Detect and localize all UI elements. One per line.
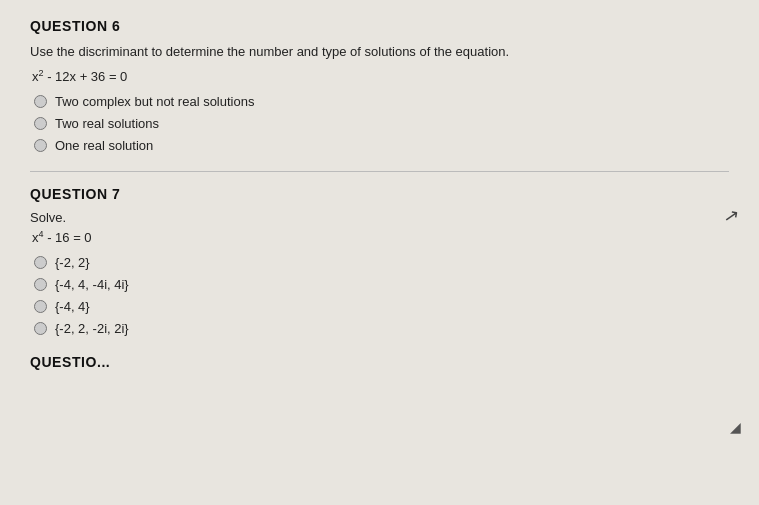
option-6-2[interactable]: Two real solutions xyxy=(34,116,729,131)
option-7-4[interactable]: {-2, 2, -2i, 2i} xyxy=(34,321,729,336)
radio-6-1[interactable] xyxy=(34,95,47,108)
option-6-3-label: One real solution xyxy=(55,138,153,153)
question-7-equation: x4 - 16 = 0 xyxy=(32,229,729,245)
radio-7-4[interactable] xyxy=(34,322,47,335)
option-7-4-label: {-2, 2, -2i, 2i} xyxy=(55,321,129,336)
question-6-equation: x2 - 12x + 36 = 0 xyxy=(32,68,729,84)
question-7-instruction: Solve. xyxy=(30,210,729,225)
option-7-1-label: {-2, 2} xyxy=(55,255,90,270)
corner-arrow-icon: ◢ xyxy=(730,419,741,435)
question-6-options: Two complex but not real solutions Two r… xyxy=(34,94,729,153)
radio-7-2[interactable] xyxy=(34,278,47,291)
option-6-2-label: Two real solutions xyxy=(55,116,159,131)
option-7-2-label: {-4, 4, -4i, 4i} xyxy=(55,277,129,292)
question-7-block: QUESTION 7 Solve. x4 - 16 = 0 {-2, 2} {-… xyxy=(30,186,729,336)
radio-7-1[interactable] xyxy=(34,256,47,269)
page-container: QUESTION 6 Use the discriminant to deter… xyxy=(0,0,759,505)
radio-6-2[interactable] xyxy=(34,117,47,130)
question-7-options: {-2, 2} {-4, 4, -4i, 4i} {-4, 4} {-2, 2,… xyxy=(34,255,729,336)
question-6-label: QUESTION 6 xyxy=(30,18,729,34)
option-7-3-label: {-4, 4} xyxy=(55,299,90,314)
option-6-1-label: Two complex but not real solutions xyxy=(55,94,254,109)
radio-6-3[interactable] xyxy=(34,139,47,152)
question-8-label: QUESTIO... xyxy=(30,354,729,370)
question-6-instruction: Use the discriminant to determine the nu… xyxy=(30,42,729,62)
question-8-partial: QUESTIO... xyxy=(30,354,729,370)
question-7-label: QUESTION 7 xyxy=(30,186,729,202)
option-7-2[interactable]: {-4, 4, -4i, 4i} xyxy=(34,277,729,292)
option-6-3[interactable]: One real solution xyxy=(34,138,729,153)
section-divider xyxy=(30,171,729,172)
option-6-1[interactable]: Two complex but not real solutions xyxy=(34,94,729,109)
option-7-1[interactable]: {-2, 2} xyxy=(34,255,729,270)
radio-7-3[interactable] xyxy=(34,300,47,313)
option-7-3[interactable]: {-4, 4} xyxy=(34,299,729,314)
question-6-block: QUESTION 6 Use the discriminant to deter… xyxy=(30,18,729,153)
